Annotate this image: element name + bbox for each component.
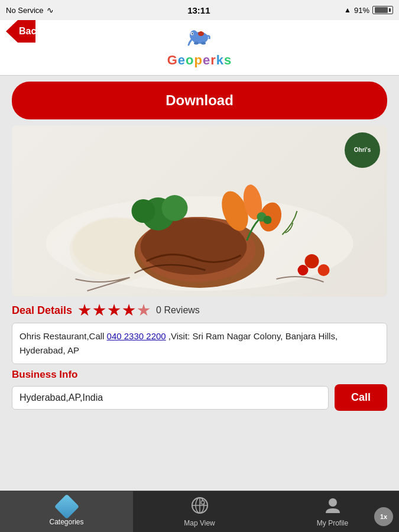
svg-point-24	[298, 265, 309, 275]
svg-point-30	[202, 501, 204, 504]
star-2	[93, 304, 106, 317]
location-icon: ▲	[344, 6, 351, 14]
reviews-count: 0 Reviews	[156, 305, 200, 316]
header: Back Geoperks	[0, 20, 399, 76]
food-image: Ohri's	[12, 125, 387, 297]
svg-point-15	[162, 195, 188, 221]
download-button[interactable]: Download	[12, 82, 387, 119]
tab-mapview[interactable]: Map View	[133, 491, 266, 532]
business-label: Business Info	[12, 369, 387, 381]
tab-myprofile-label: My Profile	[317, 519, 348, 527]
tab-mapview-label: Map View	[184, 519, 215, 527]
status-left: No Service ∿	[6, 5, 54, 15]
back-label: Back	[19, 26, 41, 37]
star-4	[122, 304, 135, 317]
restaurant-line1: Ohris Restaurant,Call	[20, 331, 107, 341]
version-badge: 1x	[374, 507, 393, 526]
star-5	[137, 304, 150, 317]
download-section: Download	[0, 76, 399, 125]
star-1	[78, 304, 91, 317]
location-box: Hyderabad,AP,India	[12, 386, 329, 410]
tab-categories[interactable]: Categories	[0, 491, 133, 532]
status-right: ▲ 91%	[344, 6, 393, 15]
svg-point-3	[192, 33, 193, 34]
phone-link[interactable]: 040 2330 2200	[107, 331, 166, 341]
tab-bar: Categories Map View My Profile 1x	[0, 491, 399, 532]
main-content: Back Geoperks	[0, 20, 399, 491]
map-icon	[191, 497, 209, 517]
location-call-row: Hyderabad,AP,India Call	[12, 384, 387, 411]
call-button[interactable]: Call	[335, 384, 387, 411]
wifi-icon: ∿	[47, 5, 54, 15]
brand-badge: Ohri's	[345, 132, 380, 168]
battery-icon	[372, 6, 393, 14]
star-3	[108, 304, 121, 317]
logo-area: Geoperks	[167, 26, 232, 68]
battery-text: 91%	[354, 6, 369, 15]
deal-header: Deal Details 0 Reviews	[12, 304, 387, 317]
svg-point-23	[318, 264, 330, 276]
elephant-icon	[186, 26, 214, 51]
tab-categories-label: Categories	[49, 518, 83, 526]
categories-icon	[58, 498, 76, 515]
deal-section: Deal Details 0 Reviews Ohris Restaurant,…	[0, 297, 399, 416]
svg-point-22	[305, 254, 319, 268]
svg-point-4	[194, 42, 199, 45]
logo-text: Geoperks	[167, 53, 232, 68]
back-button[interactable]: Back	[6, 20, 35, 43]
svg-point-31	[329, 498, 337, 507]
status-bar: No Service ∿ 13:11 ▲ 91%	[0, 0, 399, 20]
star-rating	[78, 304, 150, 317]
svg-point-5	[201, 42, 206, 45]
restaurant-info: Ohris Restaurant,Call 040 2330 2200 ,Vis…	[12, 323, 387, 364]
deal-title: Deal Details	[12, 304, 72, 317]
carrier-text: No Service	[6, 6, 44, 15]
svg-point-16	[132, 199, 155, 223]
svg-point-21	[264, 216, 272, 224]
status-time: 13:11	[187, 5, 210, 15]
profile-icon	[324, 497, 342, 517]
